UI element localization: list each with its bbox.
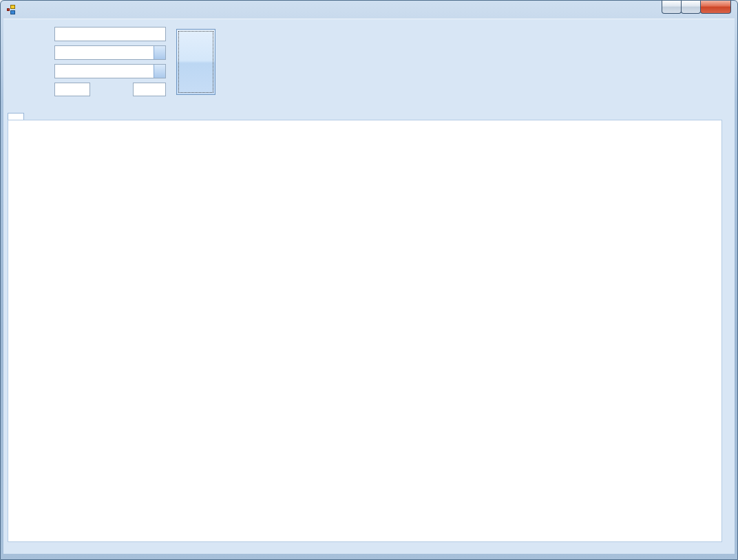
tab-strip (8, 103, 730, 120)
query-button[interactable] (176, 29, 215, 95)
tab-aggregate-stat-legend[interactable] (69, 114, 84, 120)
app-window (0, 0, 738, 560)
minimize-button[interactable] (662, 1, 682, 14)
query-button-label (177, 30, 215, 94)
combo-arrow-icon[interactable] (154, 46, 165, 59)
project-name-combo[interactable] (54, 45, 166, 60)
combo-arrow-icon[interactable] (154, 65, 165, 78)
chart-group-3 (8, 396, 721, 533)
title-bar[interactable] (1, 1, 737, 19)
km-analysis-tab-page (8, 120, 722, 542)
decimal-places-input[interactable] (54, 83, 90, 96)
chart-group-2 (8, 258, 721, 396)
chart-group-1 (8, 120, 721, 258)
close-button[interactable] (700, 1, 731, 14)
tab-km-analysis-chart[interactable] (8, 113, 24, 120)
window-controls (662, 1, 731, 14)
tab-km-grouping[interactable] (49, 114, 64, 120)
tab-km-total-data-table[interactable] (29, 114, 44, 120)
app-icon (7, 5, 17, 15)
group-count-input[interactable] (133, 83, 166, 96)
line-name-combo[interactable] (54, 64, 166, 78)
maximize-button[interactable] (681, 1, 701, 14)
tab-aggregate-stat-notes[interactable] (89, 114, 104, 120)
client-area (3, 19, 735, 554)
project-date-picker[interactable] (54, 27, 166, 41)
